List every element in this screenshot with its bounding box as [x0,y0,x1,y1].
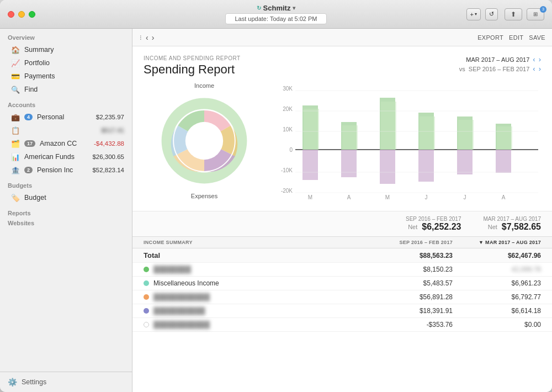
sidebar: Overview 🏠 Summary 📈 Portfolio 💳 Payment… [0,29,132,392]
svg-text:M: M [385,194,390,200]
sidebar-item-label: Payments [24,72,55,80]
color-indicator [144,322,149,327]
next-button[interactable]: › [152,33,155,42]
col-period1-header: SEP 2016 – FEB 2017 [364,240,453,245]
blurred-name: ███████████ [153,307,205,315]
content-area: ⫶ ‹ › EXPORT EDIT SAVE INCOME AND SPENDI… [132,29,552,392]
sidebar-settings[interactable]: ⚙️ Settings [0,372,132,392]
row-period2: $0.00 [453,321,541,329]
sidebar-account-american-funds[interactable]: 📊 American Funds $26,300.65 [0,150,132,163]
titlebar: ↻ Schmitz ▾ Last update: Today at 5:02 P… [0,0,552,29]
sidebar-item-summary[interactable]: 🏠 Summary [0,43,132,56]
find-icon: 🔍 [11,85,20,94]
svg-text:10K: 10K [283,126,293,133]
account-badge: 17 [24,140,35,147]
window-controls [8,11,35,18]
vs-label: vs [459,66,465,72]
export-icon-button[interactable]: ⬆ [505,8,522,20]
accounts-section-label: Accounts [0,96,132,110]
svg-text:J: J [425,194,428,200]
account-amount: $2,235.97 [96,114,124,120]
table-row: ████████████ -$353.76 $0.00 [132,318,552,332]
svg-text:A: A [502,194,506,200]
date-next-arrow[interactable]: › [539,55,541,63]
current-date-range-text: MAR 2017 – AUG 2017 [466,56,529,63]
sidebar-item-find[interactable]: 🔍 Find [0,83,132,96]
donut-chart [155,91,254,190]
row-period2: $6,961.23 [453,279,541,287]
row-period1: $8,150.23 [364,266,453,273]
svg-text:J: J [464,194,466,200]
date-prev-arrow[interactable]: ‹ [533,55,535,63]
edit-button[interactable]: EDIT [509,34,523,41]
close-button[interactable] [8,11,14,18]
svg-text:A: A [347,194,351,200]
export-button[interactable]: EXPORT [477,34,503,41]
compare-date-range-text: SEP 2016 – FEB 2017 [469,66,530,72]
settings-icon: ⚙️ [8,378,17,386]
account-icon: 💼 [11,113,20,121]
report-section-label: INCOME AND SPENDING REPORT [144,55,241,61]
total-label: Total [144,251,364,259]
sidebar-account-personal[interactable]: 💼 4 Personal $2,235.97 [0,110,132,124]
svg-rect-23 [458,120,474,150]
row-name: ████████████ [144,321,364,329]
svg-text:-10K: -10K [281,167,293,173]
svg-rect-14 [342,125,358,150]
account-name: Pension Inc [37,166,73,174]
row-period2: $6,614.18 [453,307,541,315]
svg-rect-12 [302,150,318,180]
income-table-header: INCOME SUMMARY SEP 2016 – FEB 2017 ▼ MAR… [132,236,552,248]
nav-controls: ⫶ ‹ › [139,33,154,42]
sidebar-item-portfolio[interactable]: 📈 Portfolio [0,56,132,70]
account-icon: 📋 [11,126,20,135]
toolbar-refresh-button[interactable]: ↺ [485,8,498,20]
window-title-text: Schmitz [263,4,291,12]
compare-prev-arrow[interactable]: ‹ [533,65,535,73]
maximize-button[interactable] [29,11,35,18]
sidebar-account-amazon-cc[interactable]: 🗂️ 17 Amazon CC -$4,432.88 [0,137,132,150]
columns-icon: ⫶ [139,34,142,41]
col-period2-header: ▼ MAR 2017 – AUG 2017 [453,240,541,245]
report-title-section: INCOME AND SPENDING REPORT Spending Repo… [144,55,241,77]
account-name: Amazon CC [40,140,77,147]
row-period1: $18,391.91 [364,307,453,315]
sidebar-account-1[interactable]: 📋 $517.41 [0,124,132,137]
net-period1-value: $6,252.23 [422,222,461,232]
color-indicator [144,280,149,286]
sidebar-item-budget[interactable]: 🏷️ Budget [0,191,132,204]
minimize-button[interactable] [18,11,25,18]
svg-rect-20 [420,116,435,150]
prev-button[interactable]: ‹ [146,33,148,42]
date-range-compare: vs SEP 2016 – FEB 2017 ‹ › [459,65,541,73]
svg-text:M: M [308,194,312,200]
overview-section-label: Overview [0,29,132,43]
toolbar-add-button[interactable]: + ▾ [466,8,481,20]
svg-rect-11 [304,109,319,150]
svg-rect-26 [497,126,512,150]
svg-point-1 [185,122,223,160]
row-period1: -$353.76 [364,321,453,329]
svg-text:0: 0 [289,147,293,153]
sidebar-spacer [0,229,132,372]
save-button[interactable]: SAVE [529,34,545,41]
svg-text:30K: 30K [283,86,293,92]
websites-section-label: Websites [0,219,132,229]
sidebar-item-payments[interactable]: 💳 Payments [0,70,132,83]
compare-next-arrow[interactable]: › [539,65,541,73]
account-icon: 🏦 [11,166,20,174]
income-section-label: INCOME SUMMARY [144,240,364,245]
content-toolbar: ⫶ ‹ › EXPORT EDIT SAVE [132,29,552,46]
income-total-row: Total $88,563.23 $62,467.96 [132,248,552,263]
report-title: Spending Report [144,62,241,77]
row-name-text: Miscellaneous Income [153,279,219,287]
payments-icon: 💳 [11,72,20,81]
svg-rect-27 [496,150,511,173]
table-row: ████████████ $56,891.28 $6,792.77 [132,290,552,304]
grid-icon-button[interactable]: ⊞ 3 [527,8,544,20]
svg-rect-18 [380,150,395,184]
main-layout: Overview 🏠 Summary 📈 Portfolio 💳 Payment… [0,29,552,392]
total-period2: $62,467.96 [453,252,541,259]
sidebar-account-pension[interactable]: 🏦 2 Pension Inc $52,823.14 [0,163,132,177]
sidebar-item-label: Portfolio [24,59,50,67]
